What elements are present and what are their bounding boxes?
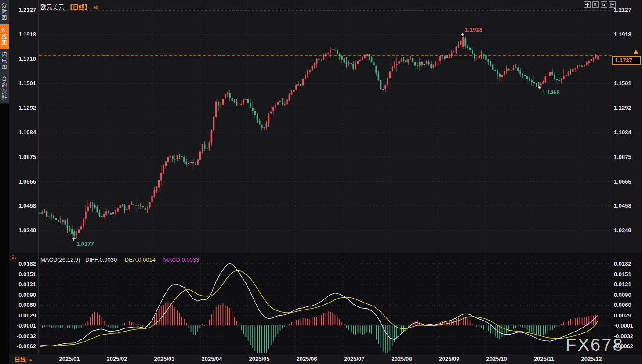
scroll-to-end-icon[interactable] (601, 1, 607, 8)
macd-axis-tick-left: -0.0032 (9, 333, 36, 340)
price-axis-tick-left: 1.0666 (9, 178, 36, 185)
macd-diff-value: DIFF:0.0030 (85, 256, 117, 263)
pan-move-icon[interactable] (584, 1, 591, 8)
price-axis-tick-right: 1.1084 (614, 129, 631, 136)
time-axis-label: 2025/06 (297, 356, 317, 362)
price-axis-tick-left: 1.1501 (9, 80, 36, 87)
chart-toolbar (584, 1, 616, 8)
price-axis-tick-left: 1.0458 (9, 202, 36, 209)
time-axis-label: 2025/01 (59, 356, 80, 362)
period-label: 日线 (15, 356, 26, 363)
sidebar-tab-lightning[interactable]: 闪电图 (0, 49, 9, 73)
price-axis-tick-left: 1.0249 (9, 227, 36, 234)
macd-axis-tick-right: 0.0029 (614, 312, 631, 319)
current-price-tag: 1.1737 (612, 56, 641, 65)
price-axis-tick-right: 1.2127 (614, 7, 631, 14)
chart-canvas[interactable] (0, 0, 642, 364)
time-axis-label: 2025/11 (534, 356, 554, 362)
chart-settings-icon[interactable]: ⊕ (94, 4, 99, 11)
price-axis-tick-right: 1.1501 (614, 80, 631, 87)
period-tag: 【日线】 (67, 4, 91, 11)
triangle-up-icon: ▲ (29, 357, 33, 362)
symbol-name: 欧元美元 (40, 4, 64, 11)
macd-axis-tick-right: 0.0151 (614, 271, 631, 278)
chart-title: 欧元美元 【日线】 ⊕ (40, 2, 98, 11)
price-axis-tick-right: 1.0666 (614, 178, 631, 185)
time-axis-label: 2025/02 (107, 356, 127, 362)
scroll-to-start-icon[interactable] (592, 1, 599, 8)
macd-axis-tick-right: 0.0182 (614, 260, 631, 267)
macd-dea-value: DEA:0.0014 (125, 256, 156, 263)
macd-axis-tick-left: 0.0151 (9, 271, 36, 278)
macd-axis-tick-right: 0.0060 (614, 302, 631, 309)
macd-name: MACD(26,12,9) (40, 256, 80, 263)
time-axis-label: 2025/05 (249, 356, 270, 362)
time-axis-label: 2025/09 (439, 356, 460, 362)
time-axis-label: 2025/10 (486, 356, 507, 362)
price-marker-icon (633, 50, 638, 54)
sidebar-tab-contract-info[interactable]: 合约资料 (0, 73, 9, 104)
price-axis-tick-left: 1.1292 (9, 105, 36, 112)
price-axis-tick-left: 1.1710 (9, 55, 36, 62)
time-axis-label: 2025/08 (392, 356, 412, 362)
jump-to-latest-icon[interactable] (609, 1, 616, 8)
macd-axis-tick-right: -0.0001 (614, 322, 633, 329)
price-axis-tick-right: 1.0875 (614, 154, 631, 161)
macd-axis-tick-right: 0.0090 (614, 292, 631, 299)
price-axis-tick-right: 1.0458 (614, 202, 631, 209)
watermark: FX678 (566, 335, 624, 355)
price-axis-tick-right: 1.1918 (614, 31, 631, 38)
price-axis-tick-right: 1.1292 (614, 105, 631, 112)
time-axis-label: 2025/04 (202, 356, 222, 362)
price-axis-tick-left: 1.0875 (9, 154, 36, 161)
time-axis-label: 2025/03 (154, 356, 175, 362)
price-axis-tick-left: 1.1918 (9, 31, 36, 38)
price-axis-tick-left: 1.2127 (9, 7, 36, 14)
price-axis-tick-right: 1.0249 (614, 227, 631, 234)
price-axis-tick-left: 1.1084 (9, 129, 36, 136)
macd-axis-tick-left: 0.0029 (9, 312, 36, 319)
price-annotation-low: 1.1468 (542, 89, 560, 96)
indicator-settings-icon[interactable] (10, 255, 16, 261)
macd-axis-tick-left: 0.0121 (9, 281, 36, 288)
sidebar-tab-timeshare[interactable]: 分时图 (0, 0, 9, 24)
macd-axis-tick-left: -0.0062 (9, 343, 36, 350)
macd-axis-tick-left: 0.0060 (9, 302, 36, 309)
macd-macd-value: MACD:0.0033 (163, 256, 199, 263)
macd-header: MACD(26,12,9) DIFF:0.0030 DEA:0.0014 MAC… (40, 256, 199, 263)
sidebar-tab-candlestick[interactable]: K线图 (0, 24, 9, 49)
period-selector[interactable]: 日线▲ (15, 355, 33, 363)
macd-axis-tick-left: -0.0001 (9, 322, 36, 329)
time-axis-label: 2025/07 (344, 356, 365, 362)
sidebar: 分时图 K线图 闪电图 合约资料 (0, 0, 9, 364)
time-axis-label: 2025/12 (581, 356, 602, 362)
macd-axis-tick-left: 0.0090 (9, 292, 36, 299)
price-annotation-low: 1.0177 (76, 241, 94, 247)
macd-axis-tick-left: 0.0182 (9, 260, 36, 267)
price-annotation-high: 1.1918 (465, 26, 482, 33)
macd-axis-tick-right: 0.0121 (614, 281, 631, 288)
